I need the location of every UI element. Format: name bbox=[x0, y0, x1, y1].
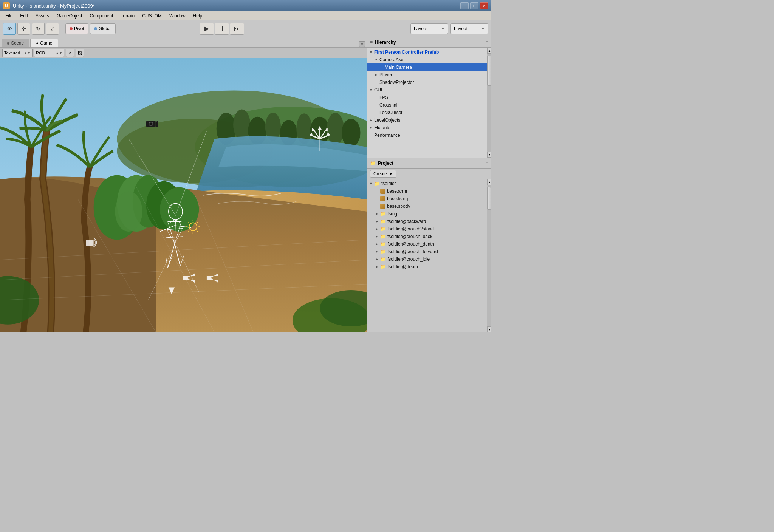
project-item-1[interactable]: base.armr bbox=[367, 187, 487, 195]
svg-point-11 bbox=[327, 113, 344, 145]
color-mode-arrow: ▲▼ bbox=[56, 51, 62, 55]
project-body: ▼📁fsoldierbase.armrbase.fsmgbase.sbody►📁… bbox=[367, 179, 491, 332]
project-label-9: fsoldier@crouch_forward bbox=[387, 249, 438, 254]
lighting-btn[interactable]: ☀ bbox=[66, 49, 74, 57]
hierarchy-scroll-thumb[interactable] bbox=[487, 56, 491, 86]
menu-gameobject[interactable]: GameObject bbox=[53, 12, 86, 19]
project-item-7[interactable]: ►📁fsoldier@crouch_back bbox=[367, 233, 487, 240]
menu-component[interactable]: Component bbox=[86, 12, 117, 19]
hierarchy-item-9[interactable]: ►LevelObjects bbox=[367, 116, 487, 124]
eye-tool-button[interactable]: 👁 bbox=[3, 23, 16, 35]
global-button[interactable]: Global bbox=[90, 23, 116, 34]
project-arrow-6: ► bbox=[375, 227, 379, 231]
project-list[interactable]: ▼📁fsoldierbase.armrbase.fsmgbase.sbody►📁… bbox=[367, 179, 487, 332]
scene-controls: Textured ▲▼ RGB ▲▼ ☀ 🖼 bbox=[0, 48, 367, 58]
scene-tab-label: Scene bbox=[11, 40, 24, 46]
project-item-3[interactable]: base.sbody bbox=[367, 203, 487, 210]
close-button[interactable]: ✕ bbox=[480, 2, 488, 9]
project-item-9[interactable]: ►📁fsoldier@crouch_forward bbox=[367, 248, 487, 255]
project-scroll-up[interactable]: ▲ bbox=[487, 179, 491, 185]
play-button[interactable]: ▶ bbox=[200, 23, 214, 35]
scene-tab-icon: # bbox=[7, 41, 9, 45]
scale-tool-button[interactable]: ⤢ bbox=[46, 23, 59, 35]
render-mode-arrow: ▲▼ bbox=[24, 51, 31, 55]
maximize-button[interactable]: □ bbox=[470, 2, 478, 9]
hierarchy-item-3[interactable]: ►Player bbox=[367, 71, 487, 79]
render-mode-select[interactable]: Textured ▲▼ bbox=[2, 49, 33, 57]
game-tab-label: Game bbox=[40, 40, 53, 46]
hierarchy-scroll-up[interactable]: ▲ bbox=[487, 48, 491, 54]
project-scroll-down[interactable]: ▼ bbox=[487, 326, 491, 332]
hierarchy-arrow-3: ► bbox=[375, 73, 378, 77]
hierarchy-item-6[interactable]: FPS bbox=[367, 94, 487, 101]
panel-lock-btn[interactable]: ≡ bbox=[359, 41, 365, 47]
pivot-button[interactable]: Pivot bbox=[65, 23, 88, 34]
global-label: Global bbox=[99, 26, 112, 31]
menu-window[interactable]: Window bbox=[166, 12, 189, 19]
hierarchy-arrow-1: ▼ bbox=[375, 58, 378, 62]
pause-button[interactable]: ⏸ bbox=[215, 23, 229, 35]
project-item-10[interactable]: ►📁fsoldier@crouch_idle bbox=[367, 255, 487, 263]
color-mode-select[interactable]: RGB ▲▼ bbox=[34, 49, 64, 57]
hierarchy-item-4[interactable]: ShadowProjector bbox=[367, 79, 487, 86]
minimize-button[interactable]: ─ bbox=[460, 2, 469, 9]
menu-terrain[interactable]: Terrain bbox=[117, 12, 138, 19]
hierarchy-item-10[interactable]: ►Mutants bbox=[367, 124, 487, 131]
project-label-10: fsoldier@crouch_idle bbox=[387, 257, 430, 262]
move-icon: ✛ bbox=[22, 26, 26, 32]
viewport[interactable] bbox=[0, 58, 367, 332]
hierarchy-item-5[interactable]: ▼GUI bbox=[367, 86, 487, 94]
hierarchy-label-5: GUI bbox=[374, 87, 382, 93]
menu-help[interactable]: Help bbox=[189, 12, 206, 19]
eye-icon: 👁 bbox=[7, 26, 12, 32]
project-item-5[interactable]: ►📁fsoldier@backward bbox=[367, 218, 487, 225]
hierarchy-scrollbar[interactable]: ▲ ▼ bbox=[487, 48, 491, 158]
title-bar: U Unity - Islands.unity - MyProject2009*… bbox=[0, 0, 491, 11]
menu-file[interactable]: File bbox=[2, 12, 16, 19]
project-item-6[interactable]: ►📁fsoldier@crouch2stand bbox=[367, 225, 487, 233]
project-scroll-thumb[interactable] bbox=[487, 187, 491, 210]
step-button[interactable]: ⏭ bbox=[230, 23, 244, 35]
create-button[interactable]: Create ▼ bbox=[370, 170, 396, 178]
folder-icon-10: 📁 bbox=[380, 257, 386, 262]
mesh-icon-2 bbox=[380, 196, 385, 201]
project-arrow-5: ► bbox=[375, 220, 379, 223]
pivot-label: Pivot bbox=[74, 26, 84, 31]
project-item-0[interactable]: ▼📁fsoldier bbox=[367, 180, 487, 187]
menu-edit[interactable]: Edit bbox=[16, 12, 32, 19]
hierarchy-list[interactable]: ▼First Person Controller Prefab▼CameraAx… bbox=[367, 48, 487, 158]
folder-icon-7: 📁 bbox=[380, 234, 386, 239]
layers-dropdown[interactable]: Layers ▼ bbox=[410, 23, 448, 34]
play-controls: ▶ ⏸ ⏭ bbox=[200, 23, 244, 35]
hierarchy-item-2[interactable]: Main Camera bbox=[367, 63, 487, 71]
folder-icon-9: 📁 bbox=[380, 249, 386, 254]
hierarchy-item-11[interactable]: Performance bbox=[367, 131, 487, 139]
hierarchy-item-7[interactable]: Crosshair bbox=[367, 101, 487, 109]
hierarchy-item-1[interactable]: ▼CameraAxe bbox=[367, 56, 487, 63]
project-menu-btn[interactable]: ≡ bbox=[486, 161, 488, 165]
move-tool-button[interactable]: ✛ bbox=[17, 23, 30, 35]
menu-assets[interactable]: Assets bbox=[32, 12, 53, 19]
hierarchy-item-8[interactable]: LockCursor bbox=[367, 109, 487, 116]
project-toolbar: Create ▼ bbox=[367, 169, 491, 179]
tab-scene[interactable]: # Scene bbox=[2, 39, 29, 47]
hierarchy-scroll-down[interactable]: ▼ bbox=[487, 152, 491, 158]
hierarchy-menu-btn[interactable]: ≡ bbox=[486, 40, 488, 44]
hierarchy-item-0[interactable]: ▼First Person Controller Prefab bbox=[367, 48, 487, 56]
rotate-tool-button[interactable]: ↻ bbox=[32, 23, 45, 35]
toolbar-sep-1 bbox=[62, 23, 62, 34]
menu-custom[interactable]: CUSTOM bbox=[138, 12, 166, 19]
project-item-2[interactable]: base.fsmg bbox=[367, 195, 487, 203]
project-arrow-9: ► bbox=[375, 250, 379, 254]
project-item-8[interactable]: ►📁fsoldier@crouch_death bbox=[367, 240, 487, 248]
project-label-6: fsoldier@crouch2stand bbox=[387, 226, 434, 232]
effects-btn[interactable]: 🖼 bbox=[76, 49, 84, 57]
project-scrollbar[interactable]: ▲ ▼ bbox=[487, 179, 491, 332]
tab-game[interactable]: ● Game bbox=[30, 39, 58, 47]
layout-dropdown[interactable]: Layout ▼ bbox=[450, 23, 488, 34]
hierarchy-label-3: Player bbox=[379, 72, 392, 77]
project-item-11[interactable]: ►📁fsoldier@death bbox=[367, 263, 487, 271]
hierarchy-title: Hierarchy bbox=[375, 40, 484, 45]
project-label-2: base.fsmg bbox=[387, 196, 408, 201]
project-item-4[interactable]: ►📁fsmg bbox=[367, 210, 487, 218]
